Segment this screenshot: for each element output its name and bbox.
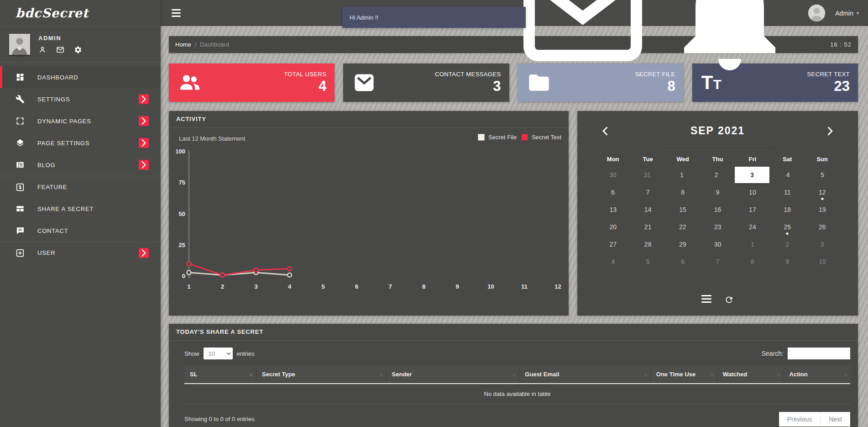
sidebar-item-blog[interactable]: BLOG xyxy=(0,154,161,176)
bell-icon[interactable]: 0 xyxy=(661,0,798,82)
calendar-day[interactable]: 15 xyxy=(665,201,700,218)
profile-name: ADMIN xyxy=(38,35,82,42)
sidebar-item-feature[interactable]: $FEATURE xyxy=(0,176,161,198)
sidebar-item-page-settings[interactable]: PAGE SETTINGS xyxy=(0,132,161,154)
submenu-arrow-icon[interactable] xyxy=(139,116,149,126)
calendar-list-icon[interactable] xyxy=(701,295,711,305)
calendar-day[interactable]: 7 xyxy=(700,253,735,270)
mail-icon[interactable]: 0 xyxy=(514,0,651,82)
stat-card-total-users[interactable]: TOTAL USERS4 xyxy=(169,63,335,102)
envelope-icon[interactable] xyxy=(56,46,64,54)
previous-button[interactable]: Previous xyxy=(779,412,820,427)
calendar-day[interactable]: 22 xyxy=(665,218,700,236)
calendar-day[interactable]: 18 xyxy=(770,201,805,218)
sidebar-item-label: DASHBOARD xyxy=(37,74,78,81)
menu-toggle-icon[interactable] xyxy=(172,9,181,19)
calendar-day[interactable]: 29 xyxy=(665,236,700,253)
app-logo[interactable]: bdcSecret xyxy=(0,0,161,26)
column-header-sl[interactable]: SL↑↓ xyxy=(184,365,256,384)
submenu-arrow-icon[interactable] xyxy=(139,248,149,258)
calendar-day[interactable]: 7 xyxy=(630,184,665,201)
calendar-day[interactable]: 26 xyxy=(805,218,840,236)
sidebar-item-contact[interactable]: CONTACT xyxy=(0,220,161,242)
stat-card-value: 3 xyxy=(435,79,501,94)
wrench-icon xyxy=(16,95,25,104)
sidebar-item-dynamic-pages[interactable]: DYNAMIC PAGES xyxy=(0,110,161,132)
sidebar-item-settings[interactable]: SETTINGS xyxy=(0,88,161,110)
calendar-day[interactable]: 27 xyxy=(596,236,630,253)
calendar-day[interactable]: 2 xyxy=(699,166,734,184)
calendar-day[interactable]: 10 xyxy=(735,184,770,201)
calendar-day[interactable]: 4 xyxy=(596,253,630,270)
calendar-day[interactable]: 2 xyxy=(770,236,805,253)
svg-text:9: 9 xyxy=(455,283,459,290)
calendar-day-selected[interactable]: 3 xyxy=(735,167,769,183)
svg-text:1: 1 xyxy=(187,283,190,290)
submenu-arrow-icon[interactable] xyxy=(139,160,149,170)
calendar-day[interactable]: 9 xyxy=(700,184,735,201)
sidebar-item-share-a-secret[interactable]: SHARE A SECRET xyxy=(0,198,161,220)
calendar-day[interactable]: 20 xyxy=(596,218,630,236)
calendar-day[interactable]: 3 xyxy=(805,236,840,253)
calendar-day[interactable]: 19 xyxy=(805,201,840,218)
calendar-week: 45678910 xyxy=(596,253,840,270)
profile-avatar[interactable] xyxy=(9,34,30,55)
calendar-prev-icon[interactable] xyxy=(599,125,611,137)
breadcrumb-home[interactable]: Home xyxy=(175,41,191,48)
calendar-day[interactable]: 12 xyxy=(805,184,840,201)
calendar-day[interactable]: 11 xyxy=(770,184,805,201)
calendar-day[interactable]: 16 xyxy=(700,201,735,218)
calendar-day[interactable]: 21 xyxy=(630,218,665,236)
search-input[interactable] xyxy=(788,348,850,359)
sidebar-item-user[interactable]: USER xyxy=(0,242,161,264)
calendar-day[interactable]: 25 xyxy=(770,218,805,236)
submenu-arrow-icon[interactable] xyxy=(139,94,149,104)
column-header-one-time-use[interactable]: One Time Use↑↓ xyxy=(650,365,717,384)
calendar-day[interactable]: 5 xyxy=(630,253,665,270)
calendar-day[interactable]: 17 xyxy=(735,201,770,218)
calendar-day[interactable]: 4 xyxy=(771,166,805,184)
calendar-day[interactable]: 9 xyxy=(770,253,805,270)
calendar-day[interactable]: 5 xyxy=(805,166,840,184)
calendar-day[interactable]: 6 xyxy=(596,184,630,201)
submenu-arrow-icon[interactable] xyxy=(139,138,149,148)
column-header-watched[interactable]: Watched↑↓ xyxy=(717,365,784,384)
calendar-refresh-icon[interactable] xyxy=(724,295,734,305)
calendar-day[interactable]: 10 xyxy=(805,253,840,270)
stat-card-contact-messages[interactable]: CONTACT MESSAGES3 xyxy=(343,63,509,102)
page-size-control: Show 10 entries xyxy=(184,348,255,359)
column-header-sender[interactable]: Sender↑↓ xyxy=(386,365,519,384)
day-header-thu: Thu xyxy=(700,156,735,163)
calendar-day[interactable]: 13 xyxy=(596,201,630,218)
calendar-day[interactable]: 8 xyxy=(665,184,700,201)
calendar-day[interactable]: 1 xyxy=(664,166,699,184)
calendar-day[interactable]: 31 xyxy=(630,166,665,184)
calendar-day[interactable]: 30 xyxy=(700,236,735,253)
column-header-secret-type[interactable]: Secret Type↑↓ xyxy=(256,365,387,384)
next-button[interactable]: Next xyxy=(820,412,850,427)
calendar-day[interactable]: 6 xyxy=(665,253,700,270)
sidebar-item-label: SETTINGS xyxy=(37,96,70,103)
svg-text:25: 25 xyxy=(179,242,185,248)
day-header-mon: Mon xyxy=(596,156,630,163)
calendar-day[interactable]: 23 xyxy=(700,218,735,236)
calendar-day[interactable]: 24 xyxy=(735,218,770,236)
calendar-day[interactable]: 28 xyxy=(630,236,665,253)
person-icon[interactable] xyxy=(38,46,47,54)
user-avatar[interactable] xyxy=(808,5,825,21)
dashboard-icon xyxy=(16,73,25,82)
sidebar-item-dashboard[interactable]: DASHBOARD xyxy=(0,66,161,88)
gear-icon[interactable] xyxy=(74,46,82,54)
column-header-action[interactable]: Action↑↓ xyxy=(784,365,850,384)
entries-select[interactable]: 10 xyxy=(204,348,233,359)
search-control: Search: xyxy=(762,348,850,359)
user-menu[interactable]: Admin ▾ xyxy=(835,10,859,17)
calendar-day[interactable]: 14 xyxy=(630,201,665,218)
column-header-guest-email[interactable]: Guest Email↑↓ xyxy=(519,365,650,384)
calendar-day[interactable]: 8 xyxy=(735,253,770,270)
day-header-tue: Tue xyxy=(630,156,665,163)
calendar-day[interactable]: 30 xyxy=(596,166,630,184)
calendar-next-icon[interactable] xyxy=(824,125,836,137)
calendar-day[interactable]: 1 xyxy=(735,236,770,253)
stat-card-label: TOTAL USERS xyxy=(284,71,326,78)
